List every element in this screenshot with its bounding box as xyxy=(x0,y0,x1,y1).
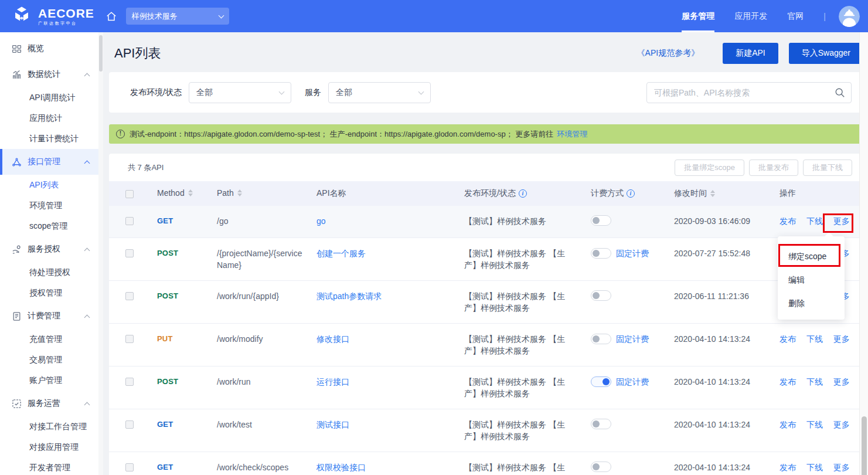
modified-time: 2020-04-10 14:13:24 xyxy=(667,367,772,397)
topbar-nav-item[interactable]: 官网 xyxy=(787,0,804,32)
sidebar-item[interactable]: 概览 xyxy=(0,36,98,62)
api-name-link[interactable]: 运行接口 xyxy=(316,377,349,386)
menu-item[interactable]: 编辑 xyxy=(778,268,845,291)
row-checkbox[interactable] xyxy=(125,420,134,429)
batch-button[interactable]: 批量发布 xyxy=(749,160,798,176)
publish-link[interactable]: 发布 xyxy=(780,377,796,386)
row-actions: 发布 下线 更多 xyxy=(772,409,853,440)
method-cell: GET xyxy=(150,452,210,475)
sidebar-subitem[interactable]: scope管理 xyxy=(0,216,98,236)
api-name-link[interactable]: 测试接口 xyxy=(316,420,349,429)
sidebar-subitem[interactable]: API列表 xyxy=(0,175,98,195)
more-link[interactable]: 更多 xyxy=(833,377,850,386)
sidebar-subitem[interactable]: 授权管理 xyxy=(0,283,98,303)
offline-link[interactable]: 下线 xyxy=(806,463,823,472)
publish-link[interactable]: 发布 xyxy=(780,463,796,472)
sidebar-subitem[interactable]: 充值管理 xyxy=(0,329,98,350)
new-api-button[interactable]: 新建API xyxy=(723,43,778,64)
status-toggle[interactable] xyxy=(591,419,611,429)
env-manage-link[interactable]: 环境管理 xyxy=(557,129,587,140)
env-filter-select[interactable]: 全部 xyxy=(189,82,291,103)
offline-link[interactable]: 下线 xyxy=(806,216,823,226)
more-link[interactable]: 更多 xyxy=(833,420,850,429)
brand[interactable]: AECORE 广联达数字中台 xyxy=(11,5,94,28)
chevron-up-icon[interactable] xyxy=(84,314,90,320)
home-icon[interactable] xyxy=(105,10,118,23)
info-icon[interactable]: i xyxy=(627,189,635,198)
topbar-nav-item[interactable]: 应用开发 xyxy=(734,0,767,32)
row-checkbox[interactable] xyxy=(125,292,134,300)
service-selector[interactable]: 样例技术服务 xyxy=(126,8,229,25)
status-toggle[interactable] xyxy=(591,462,611,472)
row-checkbox[interactable] xyxy=(125,463,134,471)
search-icon[interactable] xyxy=(835,87,845,100)
table-row: GET /work/check/scopes 权限校验接口 【测试】样例技术服务… xyxy=(109,452,863,475)
sidebar-item[interactable]: 数据统计 xyxy=(0,62,98,87)
sidebar-subitem[interactable]: 对接应用管理 xyxy=(0,437,98,457)
sidebar-subitem[interactable]: 待处理授权 xyxy=(0,262,98,283)
offline-link[interactable]: 下线 xyxy=(806,377,823,386)
topbar-nav-item[interactable]: 服务管理 xyxy=(682,0,714,32)
more-link[interactable]: 更多 xyxy=(833,334,850,344)
sort-icon[interactable] xyxy=(188,189,193,196)
sidebar-subitem[interactable]: 交易管理 xyxy=(0,350,98,370)
col-header-method[interactable]: Method xyxy=(150,181,210,205)
row-checkbox[interactable] xyxy=(125,335,134,343)
more-link[interactable]: 更多 xyxy=(833,216,850,226)
more-actions-menu: 绑定scope编辑删除 xyxy=(778,236,845,320)
publish-link[interactable]: 发布 xyxy=(780,420,796,429)
sidebar-subitem[interactable]: 账户管理 xyxy=(0,370,98,391)
batch-buttons: 批量绑定scope批量发布批量下线 xyxy=(675,160,852,176)
publish-link[interactable]: 发布 xyxy=(780,216,796,226)
col-header-time[interactable]: 修改时间 xyxy=(667,181,772,206)
status-toggle[interactable] xyxy=(591,376,611,387)
status-toggle[interactable] xyxy=(591,215,611,226)
offline-link[interactable]: 下线 xyxy=(806,334,823,344)
sort-icon[interactable] xyxy=(237,189,242,196)
api-name-link[interactable]: 权限校验接口 xyxy=(316,463,366,472)
import-swagger-button[interactable]: 导入Swagger xyxy=(789,43,863,64)
api-name-link[interactable]: go xyxy=(316,216,326,226)
row-checkbox[interactable] xyxy=(125,217,134,225)
chevron-up-icon[interactable] xyxy=(84,247,90,253)
status-toggle[interactable] xyxy=(591,290,611,301)
api-name-link[interactable]: 修改接口 xyxy=(316,334,349,344)
sidebar-subitem[interactable]: 环境管理 xyxy=(0,195,98,216)
sidebar-scrollbar[interactable] xyxy=(98,32,103,475)
modified-time: 2020-07-27 15:52:48 xyxy=(667,238,772,269)
sidebar-subitem[interactable]: API调用统计 xyxy=(0,87,98,108)
sort-icon[interactable] xyxy=(710,190,715,197)
more-link[interactable]: 更多 xyxy=(833,463,850,472)
sidebar-item[interactable]: 计费管理 xyxy=(0,303,98,329)
batch-button[interactable]: 批量绑定scope xyxy=(675,160,744,176)
menu-item[interactable]: 绑定scope xyxy=(778,245,845,268)
offline-link[interactable]: 下线 xyxy=(806,420,823,429)
api-name-link[interactable]: 测试path参数请求 xyxy=(316,291,382,301)
api-spec-link[interactable]: 《API规范参考》 xyxy=(637,48,700,59)
page-scrollbar[interactable] xyxy=(859,32,868,475)
menu-item[interactable]: 删除 xyxy=(778,291,845,315)
sidebar-item[interactable]: 服务运营 xyxy=(0,391,98,416)
sidebar-subitem[interactable]: 应用统计 xyxy=(0,108,98,128)
chevron-up-icon[interactable] xyxy=(84,73,90,79)
sidebar-subitem[interactable]: 计量计费统计 xyxy=(0,128,98,149)
sidebar-item[interactable]: 服务授权 xyxy=(0,236,98,262)
sidebar-item[interactable]: 接口管理 xyxy=(0,149,98,175)
info-icon[interactable]: i xyxy=(519,189,527,198)
status-toggle[interactable] xyxy=(591,334,611,344)
avatar[interactable] xyxy=(839,6,860,27)
search-input[interactable] xyxy=(646,82,852,103)
status-toggle[interactable] xyxy=(591,248,611,259)
sidebar-subitem[interactable]: 对接工作台管理 xyxy=(0,416,98,437)
api-name-link[interactable]: 创建一个服务 xyxy=(316,249,366,258)
col-header-path[interactable]: Path xyxy=(210,181,309,205)
chevron-up-icon[interactable] xyxy=(84,160,90,166)
chevron-up-icon[interactable] xyxy=(84,402,90,408)
select-all-checkbox[interactable] xyxy=(125,190,134,198)
publish-link[interactable]: 发布 xyxy=(780,334,796,344)
sidebar-subitem[interactable]: 开发者管理 xyxy=(0,457,98,475)
service-filter-select[interactable]: 全部 xyxy=(328,82,431,103)
row-checkbox[interactable] xyxy=(125,249,134,257)
row-checkbox[interactable] xyxy=(125,378,134,386)
batch-button[interactable]: 批量下线 xyxy=(803,160,852,176)
